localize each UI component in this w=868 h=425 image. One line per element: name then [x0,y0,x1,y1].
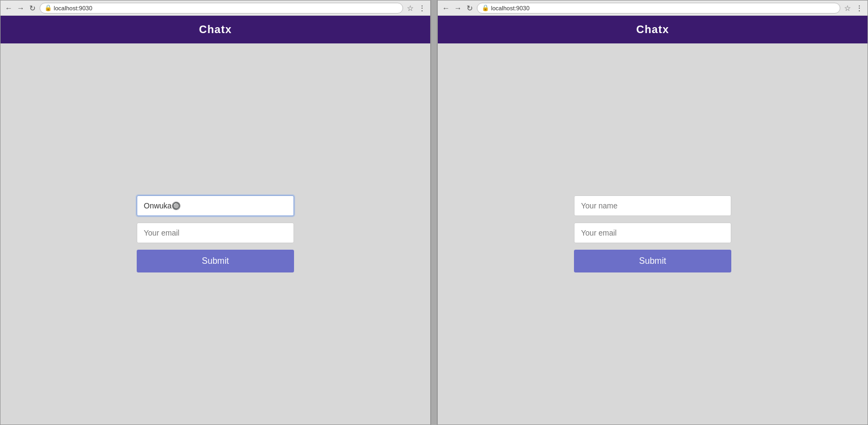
url-left: localhost:9030 [54,5,92,11]
right-name-input[interactable] [574,195,731,216]
right-app-header: Chatx [438,16,867,43]
left-browser-chrome: ← → ↻ 🔒 localhost:9030 ☆ ⋮ [1,1,430,16]
left-app-title: Chatx [199,23,232,35]
right-form-container: Submit [574,195,731,272]
left-app-container: Chatx Submit [1,16,430,424]
left-submit-button[interactable]: Submit [137,250,294,272]
forward-button[interactable]: → [16,3,25,13]
right-email-input[interactable] [574,223,731,243]
right-app-container: Chatx Submit [438,16,867,424]
right-app-title: Chatx [636,23,669,35]
right-app-body: Submit [438,43,867,424]
right-browser-chrome: ← → ↻ 🔒 localhost:9030 ☆ ⋮ [438,1,867,16]
right-menu-button[interactable]: ⋮ [854,3,864,13]
menu-button[interactable]: ⋮ [417,3,427,13]
left-form-container: Submit [137,195,294,272]
right-lock-icon: 🔒 [482,4,489,11]
left-app-body: Submit [1,43,430,424]
right-back-button[interactable]: ← [441,3,451,13]
right-reload-button[interactable]: ↻ [465,3,475,13]
right-forward-button[interactable]: → [453,3,463,13]
left-email-input[interactable] [137,223,294,243]
right-submit-button[interactable]: Submit [574,250,731,272]
address-bar-right[interactable]: 🔒 localhost:9030 [477,3,840,14]
lock-icon: 🔒 [44,4,52,11]
reload-button[interactable]: ↻ [28,3,37,13]
right-bookmark-button[interactable]: ☆ [843,3,852,13]
address-bar-left[interactable]: 🔒 localhost:9030 [40,3,403,14]
bookmark-button[interactable]: ☆ [405,3,415,13]
left-browser-panel: ← → ↻ 🔒 localhost:9030 ☆ ⋮ Chatx Submit [0,0,431,425]
left-app-header: Chatx [1,16,430,43]
left-name-input[interactable] [137,195,294,216]
back-button[interactable]: ← [4,3,14,13]
right-browser-panel: ← → ↻ 🔒 localhost:9030 ☆ ⋮ Chatx Submit [437,0,868,425]
url-right: localhost:9030 [491,5,529,11]
panel-divider [431,0,437,425]
